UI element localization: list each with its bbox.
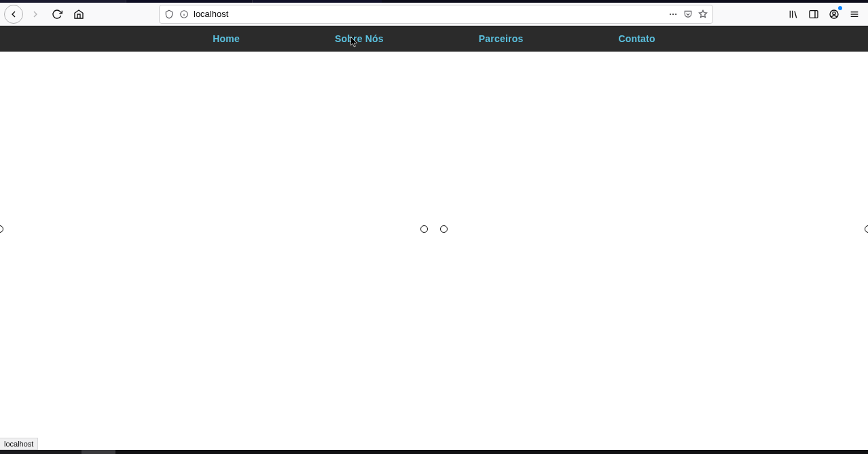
back-button[interactable] [4, 5, 23, 24]
tab-segment[interactable] [126, 0, 253, 3]
toolbar-right [784, 5, 864, 24]
reload-button[interactable] [48, 5, 67, 24]
taskbar-segment[interactable] [0, 450, 82, 454]
carousel-edge-indicator[interactable] [865, 225, 868, 233]
taskbar-segment [115, 450, 868, 454]
account-icon[interactable] [825, 5, 844, 24]
sidebar-icon[interactable] [804, 5, 823, 24]
browser-toolbar: localhost [0, 3, 868, 26]
more-icon[interactable] [668, 9, 679, 20]
status-text: localhost [4, 440, 33, 448]
taskbar-segment[interactable] [82, 450, 115, 454]
nav-sobre-nos[interactable]: Sobre Nós [335, 33, 384, 44]
svg-point-12 [833, 12, 835, 14]
carousel-dot[interactable] [420, 225, 428, 233]
tab-segment[interactable] [0, 0, 126, 3]
svg-point-5 [675, 14, 676, 15]
page-content [0, 52, 868, 438]
bookmark-star-icon[interactable] [698, 9, 708, 20]
status-bar: localhost [0, 438, 38, 450]
svg-point-4 [672, 14, 674, 15]
tab-strip-empty [382, 0, 868, 3]
svg-rect-9 [810, 10, 818, 18]
nav-home[interactable]: Home [213, 33, 240, 44]
nav-parceiros[interactable]: Parceiros [479, 33, 524, 44]
library-icon[interactable] [784, 5, 803, 24]
url-text[interactable]: localhost [194, 9, 664, 19]
carousel-edge-indicator[interactable] [0, 225, 3, 233]
carousel-dots [420, 225, 448, 233]
carousel-dot[interactable] [440, 225, 448, 233]
shield-icon[interactable] [164, 9, 175, 20]
svg-line-8 [795, 11, 797, 18]
address-bar[interactable]: localhost [159, 5, 713, 24]
nav-contato[interactable]: Contato [618, 33, 655, 44]
forward-button[interactable] [26, 5, 45, 24]
menu-icon[interactable] [845, 5, 864, 24]
tab-strip [0, 0, 868, 3]
tab-segment[interactable] [253, 0, 382, 3]
info-icon[interactable] [179, 9, 189, 20]
pocket-icon[interactable] [683, 9, 693, 20]
site-nav: Home Sobre Nós Parceiros Contato [0, 26, 868, 52]
svg-point-3 [670, 14, 671, 15]
taskbar [0, 450, 868, 454]
home-button[interactable] [69, 5, 88, 24]
